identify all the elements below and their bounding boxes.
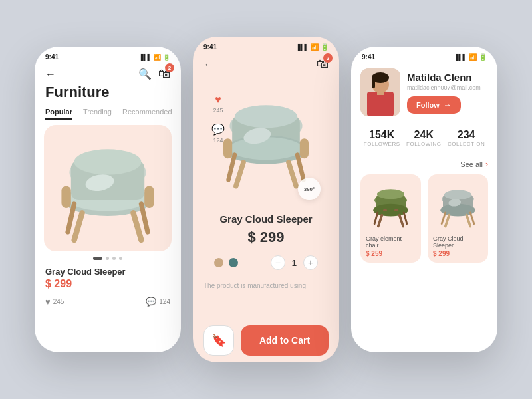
status-bar-1: 9:41 ▐▌▌ 📶 🔋 [35,47,181,63]
svg-line-10 [141,204,148,232]
comment-icon-1: 💬 [146,297,156,307]
following-label: FOLLOWING [406,141,442,147]
status-icons-3: ▐▌▌ 📶 🔋 [454,53,487,61]
search-button[interactable]: 🔍 [138,68,152,80]
tab-recommended[interactable]: Recommended [122,108,172,120]
quantity-increase[interactable]: + [303,255,318,270]
item-price-2: $ 299 [433,250,483,257]
cart-button-1[interactable]: 🛍 2 [158,67,170,81]
back-button-1[interactable]: ← [45,68,56,80]
svg-line-20 [289,162,296,186]
quantity-value: 1 [292,258,297,268]
dot-4[interactable] [119,257,122,260]
color-option-teal[interactable] [229,258,238,267]
comment-button-1[interactable]: 💬 124 [146,297,170,307]
svg-rect-29 [377,91,384,95]
heart-icon-1: ♥ [45,297,51,307]
svg-line-37 [404,212,407,223]
stat-followers: 154K FOLLOWERS [364,129,400,147]
following-value: 24K [406,129,442,141]
item-price-1: $ 259 [366,250,416,257]
product-price-1: $ 299 [35,278,181,295]
quantity-decrease[interactable]: − [271,255,285,270]
svg-line-7 [74,213,82,240]
status-bar-2: 9:41 ▐▌▌ 📶 🔋 [193,37,339,53]
back-button-2[interactable]: ← [203,59,214,70]
wifi-icon-3: 📶 [469,53,477,61]
tab-trending[interactable]: Trending [83,108,112,120]
item-card-2[interactable]: Gray Cloud Sleeper $ 299 [428,174,488,263]
product-image-container-2: ♥ 245 💬 124 360° [202,74,330,207]
product-name-1: Gray Cloud Sleeper [35,263,181,278]
360-view-button[interactable]: 360° [298,178,321,200]
profile-header: Matilda Clenn matildaclenn007@mail.com F… [351,63,497,122]
svg-point-42 [444,190,471,200]
header-icons-1: 🔍 🛍 2 [138,67,170,81]
chevron-right-icon: › [485,160,488,169]
cart-button-2[interactable]: 🛍 2 [317,57,329,71]
bookmark-button[interactable]: 🔖 [203,325,234,356]
svg-line-9 [68,204,74,232]
like-count-1: 245 [53,298,65,305]
svg-point-32 [377,189,404,199]
follow-label: Follow [416,101,440,109]
wifi-icon: 📶 [154,54,161,61]
svg-line-48 [470,212,474,223]
product-footer: 🔖 Add to Cart [193,319,339,362]
item-name-2: Gray Cloud Sleeper [433,235,483,249]
tab-popular[interactable]: Popular [45,108,72,120]
product-actions-1: ♥ 245 💬 124 [35,295,181,312]
like-button-1[interactable]: ♥ 245 [45,297,64,307]
follow-arrow-icon: → [444,100,452,110]
time-2: 9:41 [203,43,217,51]
s2-nav-row: ← 🛍 2 [193,53,339,74]
stat-following: 24K FOLLOWING [406,129,442,147]
svg-line-45 [446,215,450,226]
status-bar-3: 9:41 ▐▌▌ 📶 🔋 [351,47,497,63]
see-all-button[interactable]: See all › [351,154,497,172]
svg-rect-25 [367,92,394,116]
add-to-cart-button[interactable]: Add to Cart [241,325,329,356]
product-card-1[interactable] [44,125,172,251]
svg-rect-3 [61,186,70,208]
svg-rect-39 [394,209,398,211]
items-grid: Gray element chair $ 259 Gray Cloud Slee… [351,172,497,269]
collection-label: COLLECTION [448,141,485,147]
comment-count-2: 124 [213,137,223,144]
battery-icon-2: 🔋 [321,43,329,51]
screen-2: 9:41 ▐▌▌ 📶 🔋 ← 🛍 2 ♥ 245 💬 124 [193,37,339,362]
svg-point-33 [373,203,408,216]
dot-1[interactable] [93,257,102,260]
dot-3[interactable] [112,257,116,260]
like-count-2: 245 [213,107,223,114]
dot-2[interactable] [106,257,109,260]
battery-icon: 🔋 [163,54,170,61]
product-price-2: $ 299 [193,227,339,253]
svg-line-46 [467,215,471,226]
svg-line-8 [133,213,141,240]
status-icons-2: ▐▌▌ 📶 🔋 [296,43,329,51]
item-name-1: Gray element chair [366,235,416,249]
followers-label: FOLLOWERS [364,141,400,147]
quantity-control: − 1 + [260,254,329,275]
follow-button[interactable]: Follow → [407,96,461,114]
comment-action-2[interactable]: 💬 124 [211,123,225,144]
color-option-tan[interactable] [214,258,223,267]
svg-line-36 [374,212,378,223]
time-1: 9:41 [45,53,59,61]
item-card-1[interactable]: Gray element chair $ 259 [360,174,421,263]
svg-rect-18 [300,138,309,158]
screen-1: 9:41 ▐▌▌ 📶 🔋 ← 🔍 🛍 2 Furniture Popular T… [35,47,181,352]
product-image-1 [44,125,172,251]
screen-3: 9:41 ▐▌▌ 📶 🔋 Matilda Clenn [351,47,497,352]
svg-line-22 [297,155,303,180]
svg-line-34 [378,215,382,226]
like-action-2[interactable]: ♥ 245 [211,94,225,114]
page-title-1: Furniture [35,84,181,105]
cart-badge-2: 2 [323,53,332,63]
see-all-label: See all [460,160,483,168]
svg-rect-28 [372,76,375,88]
item-image-2 [433,180,483,233]
wifi-icon-2: 📶 [311,43,319,51]
cart-badge-1: 2 [165,63,174,72]
